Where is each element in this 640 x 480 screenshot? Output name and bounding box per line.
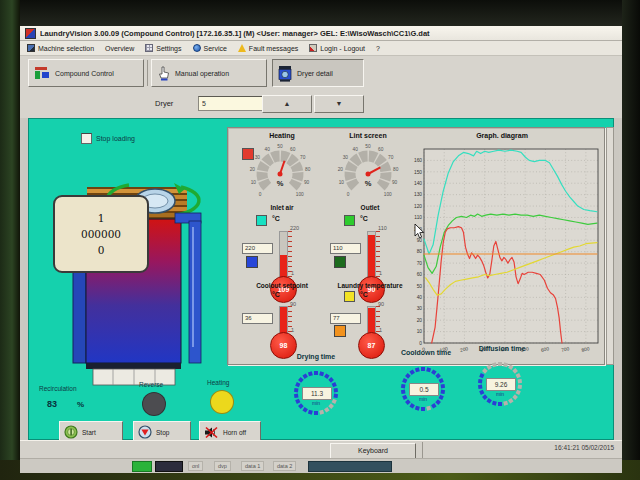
cooldown-time-title: Cooldown time — [382, 349, 470, 356]
diffusion-time-knob[interactable]: 9.26min — [474, 358, 526, 410]
warning-triangle-icon — [238, 44, 246, 52]
menu-fault-messages[interactable]: Fault messages — [238, 44, 298, 52]
compound-control-button[interactable]: Compound Control — [28, 59, 144, 87]
svg-text:70: 70 — [417, 261, 423, 266]
menu-service[interactable]: Service — [193, 44, 227, 52]
service-icon — [193, 44, 201, 52]
cooldown-time-knob[interactable]: 0.5min — [397, 363, 449, 415]
keyboard-button[interactable]: Keyboard — [330, 443, 416, 459]
status-onl: onl — [188, 461, 203, 471]
svg-text:50: 50 — [365, 144, 371, 149]
dryer-up-button[interactable]: ▲ — [262, 95, 312, 113]
svg-text:10: 10 — [339, 180, 345, 185]
svg-text:20: 20 — [417, 318, 423, 323]
status-dvp: dvp — [214, 461, 231, 471]
svg-text:80: 80 — [417, 249, 423, 254]
svg-text:70: 70 — [300, 155, 306, 160]
menu-overview[interactable]: Overview — [105, 45, 134, 52]
outlet-setpoint-box[interactable]: 110 — [330, 243, 361, 254]
clock-timestamp: 16:41:21 05/02/2015 — [554, 444, 614, 451]
svg-text:30: 30 — [255, 155, 261, 160]
menu-bar: Machine selection Overview Settings Serv… — [20, 41, 622, 56]
svg-text:%: % — [277, 179, 284, 188]
svg-text:%: % — [365, 179, 372, 188]
svg-text:150: 150 — [414, 170, 422, 175]
menu-login-logout[interactable]: Login - Logout — [309, 44, 365, 52]
status-block-dark — [155, 461, 183, 472]
status-strip: onl dvp data 1 data 2 — [20, 458, 622, 473]
svg-text:90: 90 — [304, 180, 310, 185]
graph-title: Graph. diagram — [400, 132, 604, 139]
stop-loading-checkbox[interactable] — [81, 133, 92, 144]
bottom-bar: Keyboard 16:41:21 05/02/2015 — [20, 440, 622, 459]
machine-selection-icon — [27, 44, 35, 52]
coolout-setpoint-thermometer: Coolout setpoint °C 90 36 1 98 — [238, 282, 326, 360]
svg-text:40: 40 — [353, 147, 359, 152]
recirculation-unit: % — [77, 400, 84, 409]
dryer-detail-button[interactable]: Dryer detail — [272, 59, 364, 87]
svg-text:0: 0 — [259, 192, 262, 197]
svg-text:20: 20 — [250, 167, 256, 172]
window-title: LaundryVision 3.00.09 (Compound Control)… — [40, 29, 430, 38]
svg-text:40: 40 — [417, 295, 423, 300]
stop-icon — [138, 425, 152, 439]
settings-icon — [145, 44, 153, 52]
svg-text:700: 700 — [561, 346, 570, 353]
batch-counter-display: 1 000000 0 — [53, 195, 149, 273]
svg-text:100: 100 — [384, 192, 392, 197]
drying-time-knob[interactable]: 11.3min — [290, 367, 342, 419]
graph-diagram-chart: 0102030405060708090100110120130140150160… — [402, 143, 602, 361]
svg-text:130: 130 — [414, 192, 422, 197]
monitor-bezel-left — [0, 0, 20, 480]
svg-text:60: 60 — [290, 147, 296, 152]
graph-diagram-block: Graph. diagram 0102030405060708090100110… — [400, 130, 604, 364]
coolout-setpoint-box[interactable]: 36 — [242, 313, 273, 324]
dryer-detail-panel: Stop loading 1 000000 0 — [28, 118, 614, 440]
svg-text:60: 60 — [378, 147, 384, 152]
svg-text:140: 140 — [414, 181, 422, 186]
svg-text:10: 10 — [251, 180, 257, 185]
reverse-label: Reverse — [139, 381, 163, 388]
menu-help[interactable]: ? — [376, 45, 380, 52]
dryer-label: Dryer — [155, 99, 173, 108]
heating-indicator-lamp — [210, 390, 234, 414]
diffusion-time-title: Diffusion time — [458, 345, 546, 352]
dryer-number-input[interactable] — [198, 96, 264, 111]
svg-text:20: 20 — [338, 167, 344, 172]
svg-text:80: 80 — [393, 167, 399, 172]
status-data1: data 1 — [241, 461, 264, 471]
lint-screen-gauge: 0102030405060708090100% — [328, 142, 408, 202]
status-data2: data 2 — [273, 461, 296, 471]
laundry-temperature-box[interactable]: 77 — [330, 313, 361, 324]
svg-text:120: 120 — [414, 204, 422, 209]
svg-text:160: 160 — [414, 158, 422, 163]
svg-text:30: 30 — [417, 306, 423, 311]
dryer-down-button[interactable]: ▼ — [314, 95, 364, 113]
svg-text:110: 110 — [414, 215, 422, 220]
stop-loading-checkbox-row: Stop loading — [81, 133, 135, 144]
recirculation-label: Recirculation — [39, 385, 77, 392]
laundry-temperature-value: 87 — [358, 332, 385, 359]
svg-text:800: 800 — [581, 346, 590, 353]
menu-settings[interactable]: Settings — [145, 44, 181, 52]
svg-text:90: 90 — [392, 180, 398, 185]
manual-operation-button[interactable]: Manual operation — [151, 59, 267, 87]
bottom-bar-divider — [422, 442, 423, 458]
svg-text:100: 100 — [296, 192, 304, 197]
app-icon — [25, 28, 36, 39]
toolbar: Compound Control Manual operation Dryer … — [20, 56, 622, 91]
menu-machine-selection[interactable]: Machine selection — [27, 44, 94, 52]
application-window: LaundryVision 3.00.09 (Compound Control)… — [20, 26, 622, 472]
svg-text:50: 50 — [277, 144, 283, 149]
inlet-air-setpoint-box[interactable]: 220 — [242, 243, 273, 254]
svg-text:0: 0 — [419, 341, 422, 346]
svg-text:60: 60 — [417, 272, 423, 277]
status-led-green — [132, 461, 152, 472]
svg-text:10: 10 — [417, 329, 423, 334]
toolbar-separator — [147, 60, 148, 86]
hand-pointer-icon — [157, 66, 170, 81]
start-icon — [64, 425, 78, 439]
dryer-machine-icon — [278, 65, 292, 82]
vertical-scrollbar[interactable] — [606, 127, 614, 365]
svg-text:0: 0 — [347, 192, 350, 197]
